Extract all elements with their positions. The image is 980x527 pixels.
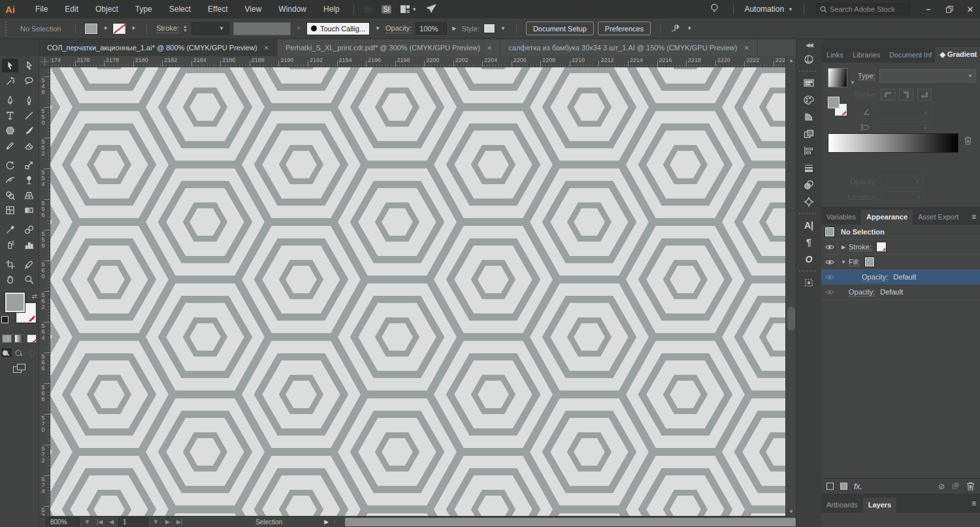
menu-item-help[interactable]: Help bbox=[315, 0, 348, 18]
close-icon[interactable]: ✕ bbox=[743, 44, 749, 52]
panel-tab-links[interactable]: Links bbox=[821, 48, 847, 63]
duplicate-item-button[interactable] bbox=[951, 482, 960, 491]
menu-item-select[interactable]: Select bbox=[161, 0, 199, 18]
menu-item-edit[interactable]: Edit bbox=[56, 0, 87, 18]
stroke-along-button[interactable] bbox=[899, 89, 913, 101]
automation-dropdown[interactable]: Automation ▼ bbox=[739, 5, 798, 14]
panel-tab-variables[interactable]: Variables bbox=[821, 210, 861, 225]
object-opacity-row[interactable]: Opacity: Default bbox=[821, 285, 980, 300]
workspace-switcher[interactable]: ▼ bbox=[400, 5, 417, 13]
fill-attr-swatch[interactable] bbox=[865, 257, 874, 266]
gradient-thumbnail[interactable] bbox=[828, 68, 847, 88]
gradient-panel-panel-icon[interactable] bbox=[799, 108, 819, 125]
direct-selection-tool[interactable] bbox=[21, 59, 37, 72]
panel-tab-libraries[interactable]: Libraries bbox=[847, 48, 884, 63]
transparency-panel-icon[interactable] bbox=[799, 125, 819, 142]
symbol-sprayer-tool[interactable] bbox=[2, 238, 18, 251]
color-panel-icon[interactable] bbox=[799, 91, 819, 108]
panel-menu-icon[interactable]: ≡ bbox=[972, 212, 976, 221]
next-artboard-icon[interactable]: ▶ bbox=[163, 519, 172, 525]
calligraphic-brush-select[interactable]: Touch Callig... bbox=[306, 22, 370, 35]
status-menu-icon[interactable]: ▶ bbox=[324, 519, 329, 525]
artboard-tool[interactable] bbox=[2, 257, 18, 271]
object-opacity-label[interactable]: Opacity: bbox=[849, 288, 875, 296]
paintbrush-tool[interactable] bbox=[21, 123, 37, 137]
document-tab-3[interactable]: салфетка из бамбука 30x34 3 шт_1.AI @ 15… bbox=[500, 39, 758, 56]
expand-chevron-icon[interactable]: ▶ bbox=[838, 244, 849, 250]
chevron-down-icon[interactable]: ▼ bbox=[685, 25, 693, 31]
vertical-scrollbar[interactable]: ▲ ▼ bbox=[785, 56, 796, 516]
fill-attr-label[interactable]: Fill: bbox=[849, 258, 860, 266]
default-fill-stroke-icon[interactable] bbox=[1, 316, 8, 323]
menu-item-type[interactable]: Type bbox=[127, 0, 161, 18]
scale-tool[interactable] bbox=[21, 158, 37, 172]
preferences-button[interactable]: Preferences bbox=[598, 22, 651, 35]
rotate-view-panel-icon[interactable] bbox=[799, 51, 819, 68]
stroke-row[interactable]: ▶ Stroke: bbox=[821, 240, 980, 255]
vertical-scroll-thumb[interactable] bbox=[787, 307, 795, 330]
horizontal-scroll-thumb[interactable] bbox=[345, 518, 796, 526]
paragraph-panel-icon[interactable]: ¶ bbox=[799, 234, 819, 251]
panel-tab-asset-export[interactable]: Asset Export bbox=[913, 210, 964, 225]
aspect-ratio-select[interactable]: ▼ bbox=[874, 121, 931, 135]
vertical-ruler[interactable]: 5 4 85 5 05 5 25 5 45 5 65 5 85 6 05 6 2… bbox=[39, 67, 50, 516]
chevron-right-icon[interactable]: ▶ bbox=[451, 25, 457, 31]
eyedropper-tool[interactable] bbox=[2, 223, 18, 236]
visibility-eye-icon[interactable] bbox=[821, 255, 838, 269]
gradient-tool[interactable] bbox=[21, 203, 37, 217]
panel-tab-artboards[interactable]: Artboards bbox=[821, 498, 863, 513]
menu-item-window[interactable]: Window bbox=[270, 0, 315, 18]
artboard-canvas[interactable] bbox=[50, 67, 785, 516]
fill-opacity-row[interactable]: Opacity: Default bbox=[821, 270, 980, 285]
fill-color-swatch[interactable] bbox=[85, 24, 97, 34]
transform-panel-icon[interactable] bbox=[799, 274, 819, 291]
opacity-label[interactable]: Opacity: bbox=[385, 24, 412, 33]
panel-tab-document-inf[interactable]: Document Inf bbox=[884, 48, 935, 63]
share-icon[interactable] bbox=[426, 4, 436, 14]
panel-tab-layers[interactable]: Layers bbox=[863, 498, 896, 513]
gradient-slider[interactable] bbox=[828, 133, 958, 153]
stroke-within-button[interactable] bbox=[881, 89, 895, 101]
menu-item-view[interactable]: View bbox=[237, 0, 270, 18]
shape-builder-tool[interactable] bbox=[2, 188, 18, 202]
color-mode-button[interactable] bbox=[2, 334, 12, 343]
perspective-grid-tool[interactable] bbox=[21, 188, 37, 202]
stroke-weight-stepper[interactable]: ▲▼ bbox=[183, 25, 188, 33]
magic-wand-tool[interactable] bbox=[2, 74, 18, 88]
first-artboard-icon[interactable]: |◀ bbox=[95, 519, 105, 525]
artboard-number-input[interactable]: 1 bbox=[118, 517, 148, 526]
chevron-down-icon[interactable]: ▼ bbox=[129, 25, 137, 31]
menu-item-file[interactable]: File bbox=[27, 0, 56, 18]
draw-normal-button[interactable] bbox=[1, 348, 12, 357]
collapse-dock-icon[interactable]: ◀◀ bbox=[806, 39, 812, 51]
mesh-tool[interactable] bbox=[2, 203, 18, 217]
align-panel-icon[interactable] bbox=[799, 142, 819, 159]
last-artboard-icon[interactable]: ▶| bbox=[174, 519, 184, 525]
document-tab-2[interactable]: Perhatki_S_XL_print.cdr.pdf* @ 300% (CMY… bbox=[278, 39, 500, 56]
stroke-attr-swatch[interactable] bbox=[877, 242, 886, 251]
scroll-up-arrow[interactable]: ▲ bbox=[786, 56, 796, 65]
status-display[interactable]: Selection bbox=[255, 519, 282, 526]
graph-tool[interactable] bbox=[21, 238, 37, 251]
shaper-tool[interactable] bbox=[2, 138, 18, 152]
close-button[interactable]: ✕ bbox=[960, 2, 980, 16]
clear-appearance-button[interactable]: ⊘ bbox=[938, 482, 945, 491]
restore-button[interactable] bbox=[939, 2, 959, 16]
appearance-panel-panel-icon[interactable] bbox=[799, 176, 819, 193]
panel-menu-icon[interactable]: ≡ bbox=[972, 499, 976, 508]
delete-item-button[interactable] bbox=[966, 481, 975, 492]
document-tab-1[interactable]: СОЛ_перчатки_акционные_1.ai* @ 800% (CMY… bbox=[39, 39, 278, 56]
stock-badge[interactable]: St bbox=[382, 5, 391, 14]
snap-options-icon[interactable] bbox=[670, 23, 681, 35]
prev-artboard-icon[interactable]: ◀ bbox=[107, 519, 116, 525]
app-logo[interactable]: Ai bbox=[5, 4, 15, 15]
lasso-tool[interactable] bbox=[21, 74, 37, 88]
selection-tool[interactable] bbox=[2, 59, 18, 72]
none-mode-button[interactable] bbox=[27, 334, 37, 343]
swap-fill-stroke-icon[interactable]: ⇄ bbox=[32, 293, 37, 300]
fill-proxy-swatch[interactable] bbox=[5, 293, 25, 312]
panel-tab-appearance[interactable]: Appearance bbox=[861, 210, 913, 225]
chevron-down-icon[interactable]: ▼ bbox=[101, 25, 109, 31]
symbols-panel-icon[interactable] bbox=[799, 193, 819, 210]
chevron-down-icon[interactable]: ▼ bbox=[374, 25, 382, 31]
